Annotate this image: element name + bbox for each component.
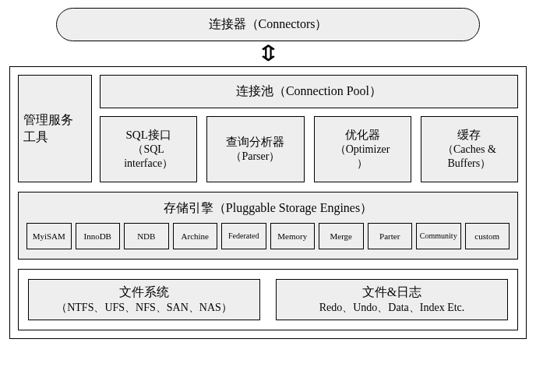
- engine-myisam: MyiSAM: [26, 223, 72, 249]
- right-column: 连接池（Connection Pool） SQL接口 （SQL interfac…: [100, 75, 518, 182]
- engine-merge: Merge: [319, 223, 364, 249]
- module-sub2: Buffers）: [425, 157, 514, 171]
- fs-title: 文件系统: [32, 284, 256, 301]
- modules-row: SQL接口 （SQL interface） 查询分析器 （Parser） 优化器…: [100, 116, 518, 182]
- pool-label: 连接池（Connection Pool）: [236, 84, 382, 97]
- logs-sub: Redo、Undo、Data、Index Etc.: [280, 301, 504, 315]
- files-logs-box: 文件&日志 Redo、Undo、Data、Index Etc.: [276, 279, 508, 320]
- connectors-box: 连接器（Connectors）: [56, 8, 480, 41]
- sql-interface-box: SQL接口 （SQL interface）: [100, 116, 197, 182]
- module-sub2: ）: [318, 157, 407, 171]
- caches-box: 缓存 （Caches & Buffers）: [421, 116, 518, 182]
- engine-ndb: NDB: [124, 223, 169, 249]
- module-title: 优化器: [318, 128, 407, 143]
- arrow-wrap: ⇕: [9, 43, 527, 65]
- module-sub1: （Parser）: [210, 150, 300, 164]
- storage-title: 存储引擎（Pluggable Storage Engines）: [26, 199, 510, 223]
- connection-pool-box: 连接池（Connection Pool）: [100, 75, 518, 108]
- engine-parter: Parter: [368, 223, 413, 249]
- engine-community: Community: [416, 223, 461, 249]
- storage-engines-box: 存储引擎（Pluggable Storage Engines） MyiSAM I…: [18, 192, 518, 260]
- mgmt-line1: 管理服务: [23, 111, 73, 129]
- engine-innodb: InnoDB: [76, 223, 121, 249]
- management-tools-box: 管理服务 工具: [18, 75, 92, 182]
- filesystem-box: 文件系统 （NTFS、UFS、NFS、SAN、NAS）: [28, 279, 260, 320]
- connectors-label: 连接器（Connectors）: [209, 17, 328, 30]
- top-row: 管理服务 工具 连接池（Connection Pool） SQL接口 （SQL …: [18, 75, 518, 182]
- module-title: 查询分析器: [210, 135, 300, 150]
- engine-federated: Federated: [221, 223, 266, 249]
- engine-archine: Archine: [173, 223, 218, 249]
- module-sub1: （Optimizer: [318, 143, 407, 157]
- module-sub1: （SQL: [104, 143, 193, 157]
- engine-memory: Memory: [270, 223, 316, 249]
- fs-sub: （NTFS、UFS、NFS、SAN、NAS）: [32, 301, 256, 315]
- engine-custom: custom: [465, 223, 510, 249]
- bottom-row: 文件系统 （NTFS、UFS、NFS、SAN、NAS） 文件&日志 Redo、U…: [18, 269, 518, 330]
- parser-box: 查询分析器 （Parser）: [206, 116, 304, 182]
- module-title: 缓存: [425, 128, 514, 143]
- main-container: 管理服务 工具 连接池（Connection Pool） SQL接口 （SQL …: [9, 66, 527, 339]
- module-title: SQL接口: [104, 128, 193, 143]
- optimizer-box: 优化器 （Optimizer ）: [314, 116, 411, 182]
- module-sub1: （Caches &: [425, 143, 514, 157]
- engines-row: MyiSAM InnoDB NDB Archine Federated Memo…: [26, 223, 510, 249]
- mgmt-line2: 工具: [23, 129, 48, 146]
- bidirectional-arrow-icon: ⇕: [256, 43, 280, 65]
- logs-title: 文件&日志: [280, 284, 504, 301]
- module-sub2: interface）: [104, 157, 193, 171]
